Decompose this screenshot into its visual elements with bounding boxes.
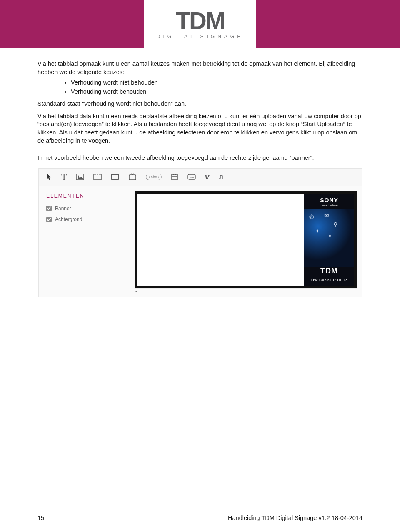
checkbox-achtergrond[interactable] (46, 217, 52, 222)
toolbar: T ‹ abc › You v ♫ (39, 169, 362, 186)
music-tool-icon[interactable]: ♫ (218, 172, 224, 182)
banner-element[interactable]: SONY make.believe ✆ ✉ ⚲ ✦ ✧ TDM (304, 194, 354, 286)
text-tool-icon[interactable]: T (61, 171, 67, 183)
sidebar: ELEMENTEN Banner Achtergrond (39, 186, 135, 297)
bullet-list: Verhouding wordt niet behouden Verhoudin… (71, 79, 362, 96)
sidebar-item-achtergrond[interactable]: Achtergrond (46, 216, 127, 223)
bullet-item: Verhouding wordt niet behouden (71, 79, 362, 87)
box-tool-icon[interactable] (111, 174, 119, 180)
ticker-tool-icon[interactable]: ‹ abc › (146, 174, 162, 180)
canvas-area: SONY make.believe ✆ ✉ ⚲ ✦ ✧ TDM (135, 186, 362, 297)
logo-sub: DIGITAL SIGNAGE (157, 34, 243, 40)
app-screenshot: T ‹ abc › You v ♫ ELEMENTEN (38, 168, 362, 297)
svg-rect-4 (172, 174, 178, 180)
svg-rect-6 (173, 174, 174, 175)
video-tool-icon[interactable] (93, 173, 102, 181)
logo-main: TDM (176, 9, 225, 33)
svg-text:You: You (190, 176, 194, 179)
bullet-item: Verhouding wordt behouden (71, 88, 362, 96)
globe-icon: ✦ (315, 227, 320, 235)
tv-tool-icon[interactable] (128, 173, 137, 181)
calendar-tool-icon[interactable] (171, 173, 178, 181)
phone-icon: ✆ (309, 213, 314, 221)
banner-icon-cluster: ✆ ✉ ⚲ ✦ ✧ (304, 209, 354, 267)
checkbox-banner[interactable] (46, 206, 52, 211)
horizontal-scrollbar[interactable]: ◂ (135, 288, 357, 293)
document-body: Via het tabblad opmaak kunt u een aantal… (0, 48, 400, 297)
sidebar-item-label: Banner (55, 205, 71, 212)
banner-artwork: ✆ ✉ ⚲ ✦ ✧ (304, 209, 354, 267)
gear-icon: ✧ (328, 232, 332, 240)
canvas-background (138, 194, 304, 286)
paragraph-example: In het voorbeeld hebben we een tweede af… (38, 154, 362, 162)
youtube-tool-icon[interactable]: You (188, 174, 196, 180)
scroll-left-icon: ◂ (135, 288, 138, 294)
design-canvas[interactable]: SONY make.believe ✆ ✉ ⚲ ✦ ✧ TDM (135, 191, 357, 288)
paragraph-intro: Via het tabblad opmaak kunt u een aantal… (38, 60, 362, 76)
search-icon: ⚲ (333, 221, 338, 229)
sidebar-item-banner[interactable]: Banner (46, 205, 127, 212)
banner-brand-sub: make.believe (304, 204, 354, 207)
paragraph-data-tab: Via het tabblad data kunt u een reeds ge… (38, 112, 362, 145)
pointer-icon[interactable] (46, 173, 52, 181)
sidebar-title: ELEMENTEN (46, 193, 127, 199)
chat-icon: ✉ (324, 211, 329, 219)
paragraph-standard: Standaard staat “Verhouding wordt niet b… (38, 100, 362, 108)
page-number: 15 (38, 515, 44, 521)
svg-point-1 (78, 176, 79, 177)
svg-rect-3 (129, 175, 136, 180)
vimeo-tool-icon[interactable]: v (205, 172, 209, 182)
document-title: Handleiding TDM Digital Signage v1.2 18-… (228, 515, 362, 521)
logo-box: TDM DIGITAL SIGNAGE (144, 0, 256, 48)
banner-caption: UW BANNER HIER (304, 278, 354, 283)
image-tool-icon[interactable] (76, 174, 84, 180)
svg-rect-7 (175, 174, 176, 175)
app-body: ELEMENTEN Banner Achtergrond SONY make.b… (39, 186, 362, 297)
page-footer: 15 Handleiding TDM Digital Signage v1.2 … (0, 515, 400, 521)
header-band: TDM DIGITAL SIGNAGE (0, 0, 400, 48)
sidebar-item-label: Achtergrond (55, 216, 82, 223)
banner-mid-brand: TDM (304, 266, 354, 276)
